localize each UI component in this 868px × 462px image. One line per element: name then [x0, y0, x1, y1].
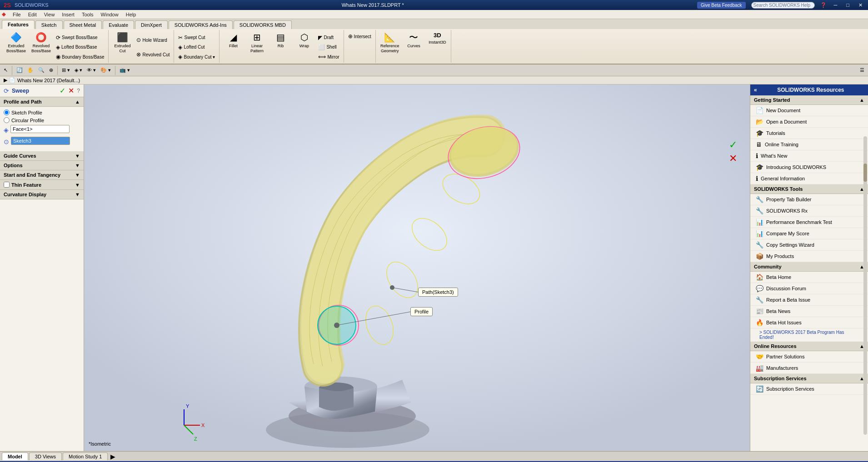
rp-item[interactable]: 💬Discussion Forum	[750, 283, 868, 294]
thin-feature-section-header[interactable]: Thin Feature ▼	[0, 180, 84, 190]
tab-features[interactable]: Features	[2, 20, 35, 29]
menu-file[interactable]: File	[9, 11, 25, 18]
help-button[interactable]: ?	[77, 88, 80, 94]
mirror-button[interactable]: ⟺Mirror	[317, 53, 340, 60]
shell-button[interactable]: ⬜Shell	[317, 44, 340, 51]
options-section-header[interactable]: Options ▼	[0, 161, 84, 170]
rp-item[interactable]: 🔧Report a Beta Issue	[750, 294, 868, 306]
wrap-button[interactable]: ⬡ Wrap	[293, 31, 315, 50]
swept-cut-button[interactable]: ✂Swept Cut	[177, 34, 216, 41]
reference-geometry-button[interactable]: 📐 ReferenceGeometry	[379, 31, 401, 55]
subscription-header[interactable]: Subscription Services ▲	[750, 374, 868, 383]
rp-sub-item[interactable]: > SOLIDWORKS 2017 Beta Program Has Ended…	[750, 328, 868, 342]
pan-tool[interactable]: ✋	[25, 66, 35, 74]
menu-view[interactable]: View	[40, 11, 59, 18]
lofted-boss-button[interactable]: ◈Lofted Boss/Base	[55, 44, 105, 51]
rp-item[interactable]: 📂Open a Document	[750, 116, 868, 128]
lofted-cut-button[interactable]: ◈Lofted Cut	[177, 44, 216, 51]
rp-item[interactable]: 📦My Products	[750, 251, 868, 262]
tab-dimxpert[interactable]: DimXpert	[135, 20, 168, 29]
boundary-cut-button[interactable]: ◈Boundary Cut ▾	[177, 53, 216, 60]
tab-3d-views[interactable]: 3D Views	[29, 452, 62, 460]
hole-wizard-button[interactable]: ⊙Hole Wizard	[135, 36, 171, 44]
online-resources-header[interactable]: Online Resources ▲	[750, 342, 868, 351]
zoom-tool[interactable]: 🔍	[36, 66, 46, 74]
curves-button[interactable]: 〜 Curves	[403, 31, 424, 50]
rp-item[interactable]: 🔧SOLIDWORKS Rx	[750, 205, 868, 217]
ok-button[interactable]: ✓	[60, 86, 65, 95]
rp-collapse-button[interactable]: «	[754, 87, 757, 93]
intersect-button[interactable]: ⊕Intersect	[347, 33, 373, 40]
revolved-boss-button[interactable]: ⭕ RevolvedBoss/Base	[30, 31, 53, 55]
cancel-button[interactable]: ✕	[68, 86, 74, 95]
face-input[interactable]: Face<1>	[10, 125, 70, 133]
rp-item[interactable]: 📊Compare My Score	[750, 228, 868, 239]
appearance[interactable]: 🎨 ▾	[99, 66, 113, 74]
instant3d-button[interactable]: 3D Instant3D	[426, 31, 448, 45]
revolved-cut-button[interactable]: ⊗Revolved Cut	[135, 51, 171, 58]
fillet-button[interactable]: ◢ Fillet	[222, 31, 244, 50]
viewport[interactable]: Y X Z Path(Sketch3) Profile ✓ ✕ *Isometr…	[84, 84, 750, 451]
sw-tools-header[interactable]: SOLIDWORKS Tools ▲	[750, 184, 868, 194]
sketch-profile-radio[interactable]	[4, 109, 10, 115]
give-feedback-button[interactable]: Give Beta Feedback	[697, 2, 746, 9]
add-motion-study[interactable]: ▶	[109, 453, 117, 460]
rp-item[interactable]: 📄New Document	[750, 105, 868, 116]
circular-profile-radio[interactable]	[4, 117, 10, 123]
getting-started-header[interactable]: Getting Started ▲	[750, 95, 868, 105]
menu-insert[interactable]: Insert	[58, 11, 78, 18]
tab-sketch[interactable]: Sketch	[35, 20, 63, 29]
hide-show[interactable]: 👁 ▾	[85, 66, 98, 74]
help-icon[interactable]: ❓	[820, 2, 827, 8]
rotate-tool[interactable]: 🔄	[15, 66, 25, 74]
boundary-boss-button[interactable]: ◉Boundary Boss/Base	[55, 53, 105, 60]
rp-item[interactable]: 🔧Copy Settings Wizard	[750, 239, 868, 251]
zoom-window-tool[interactable]: ⊕	[47, 66, 55, 74]
rp-item[interactable]: 🔧Property Tab Builder	[750, 194, 868, 205]
rib-button[interactable]: ▤ Rib	[269, 31, 291, 50]
tab-evaluate[interactable]: Evaluate	[103, 20, 134, 29]
right-panel-icons[interactable]: ☰	[858, 66, 866, 74]
rp-item[interactable]: 🖥Online Training	[750, 139, 868, 150]
rp-item[interactable]: 📊Performance Benchmark Test	[750, 217, 868, 228]
draft-button[interactable]: ◤Draft	[317, 34, 340, 41]
display-style[interactable]: ◈ ▾	[73, 66, 84, 74]
linear-pattern-button[interactable]: ⊞ LinearPattern	[246, 31, 268, 55]
floating-ok-button[interactable]: ✓	[729, 139, 737, 151]
rp-item[interactable]: 🎓Tutorials	[750, 128, 868, 139]
view-selector[interactable]: ⊞ ▾	[60, 66, 72, 74]
maximize-button[interactable]: □	[844, 2, 851, 8]
extruded-cut-button[interactable]: ⬛ ExtrudedCut	[111, 31, 133, 55]
sketch3-input[interactable]: Sketch3	[11, 137, 70, 145]
rp-item[interactable]: ℹWhat's New	[750, 150, 868, 162]
rp-item[interactable]: 🔄Subscription Services	[750, 383, 868, 395]
rp-item[interactable]: 🤝Partner Solutions	[750, 351, 868, 363]
floating-cancel-button[interactable]: ✕	[729, 153, 737, 164]
thin-feature-checkbox[interactable]	[4, 182, 10, 188]
menu-tools[interactable]: Tools	[78, 11, 97, 18]
swept-boss-button[interactable]: ⟳Swept Boss/Base	[55, 34, 105, 41]
tree-arrow[interactable]: ▶	[4, 77, 7, 83]
rp-item[interactable]: 🔥Beta Hot Issues	[750, 317, 868, 328]
menu-edit[interactable]: Edit	[25, 11, 40, 18]
select-tool[interactable]: ↖	[2, 66, 10, 74]
start-end-tangency-section-header[interactable]: Start and End Tangency ▼	[0, 170, 84, 180]
menu-window[interactable]: Window	[97, 11, 122, 18]
rp-item[interactable]: 🎓Introducing SOLIDWORKS	[750, 162, 868, 173]
tab-motion-study[interactable]: Motion Study 1	[63, 452, 108, 460]
tab-solidworks-mbd[interactable]: SOLIDWORKS MBD	[234, 20, 292, 29]
tab-solidworks-addins[interactable]: SOLIDWORKS Add-Ins	[169, 20, 233, 29]
rp-item[interactable]: ℹGeneral Information	[750, 173, 868, 184]
curvature-display-section-header[interactable]: Curvature Display ▼	[0, 190, 84, 199]
community-header[interactable]: Community ▲	[750, 262, 868, 272]
menu-help[interactable]: Help	[122, 11, 140, 18]
extruded-boss-button[interactable]: 🔷 ExtrudedBoss/Base	[5, 31, 28, 55]
tab-model[interactable]: Model	[2, 452, 28, 460]
rp-item[interactable]: 📰Beta News	[750, 306, 868, 317]
minimize-button[interactable]: ─	[832, 2, 839, 8]
tab-sheet-metal[interactable]: Sheet Metal	[64, 20, 102, 29]
rp-item[interactable]: 🏠Beta Home	[750, 272, 868, 283]
search-input[interactable]	[751, 2, 815, 9]
rp-item[interactable]: 🏭Manufacturers	[750, 363, 868, 374]
close-button[interactable]: ✕	[857, 2, 864, 8]
